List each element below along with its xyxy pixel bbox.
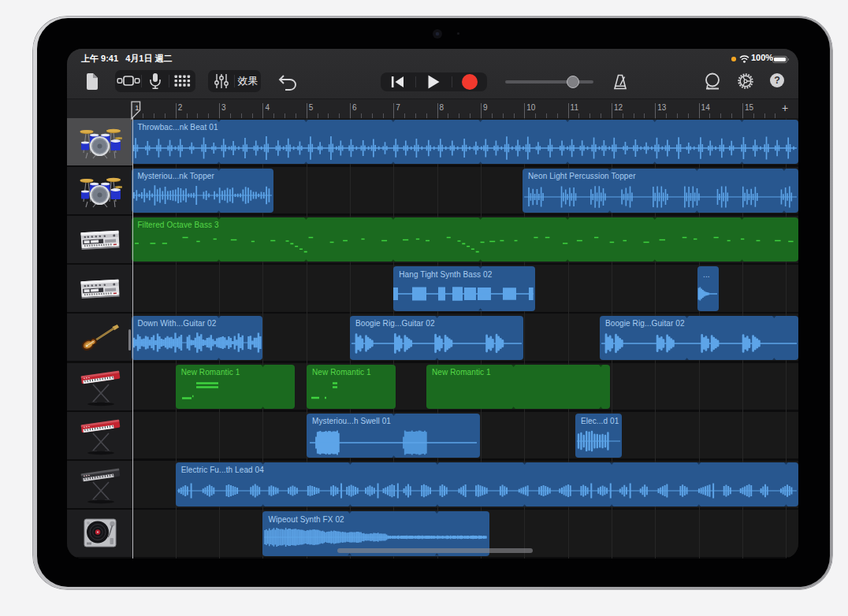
svg-text:1: 1 (135, 102, 139, 111)
